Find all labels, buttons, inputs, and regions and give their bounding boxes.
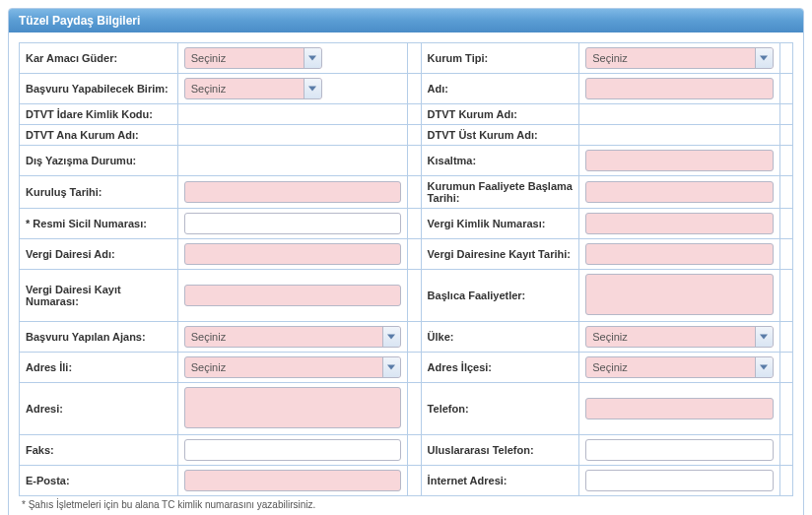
ulke-value: Seçiniz <box>586 331 755 343</box>
uluslararasi-tel-input[interactable] <box>585 439 774 461</box>
footnote-text: * Şahıs İşletmeleri için bu alana TC kim… <box>19 496 793 510</box>
dropdown-arrow-icon <box>382 327 400 347</box>
label-adi: Adı: <box>421 74 579 104</box>
label-kar-amaci: Kar Amacı Güder: <box>20 43 178 74</box>
kar-amaci-select[interactable]: Seçiniz <box>184 47 322 69</box>
label-internet-adresi: İnternet Adresi: <box>421 466 579 496</box>
label-ulke: Ülke: <box>421 322 579 353</box>
panel-title: Tüzel Paydaş Bilgileri <box>19 14 140 28</box>
label-baslica-faaliyetler: Başlıca Faaliyetler: <box>421 270 579 322</box>
kar-amaci-value: Seçiniz <box>185 52 304 64</box>
basvuru-ajans-value: Seçiniz <box>185 331 382 343</box>
form-table: Kar Amacı Güder: Seçiniz Kurum Tipi: Seç… <box>19 42 793 496</box>
legal-stakeholder-panel: Tüzel Paydaş Bilgileri Kar Amacı Güder: … <box>8 8 804 515</box>
label-resmi-sicil: * Resmi Sicil Numarası: <box>20 209 178 239</box>
label-faks: Faks: <box>20 435 178 466</box>
vergi-kayit-no-input[interactable] <box>184 285 401 306</box>
internet-adresi-input[interactable] <box>585 470 774 491</box>
label-uluslararasi-tel: Uluslararası Telefon: <box>421 435 579 466</box>
adres-ilcesi-select[interactable]: Seçiniz <box>585 356 774 378</box>
resmi-sicil-input[interactable] <box>184 213 401 234</box>
label-dtvt-ust: DTVT Üst Kurum Adı: <box>421 125 579 146</box>
adi-input[interactable] <box>585 78 774 99</box>
label-basvuru-birimi: Başvuru Yapabilecek Birim: <box>20 74 178 104</box>
kurulus-tarihi-input[interactable] <box>184 181 401 203</box>
label-vergi-dairesi-adi: Vergi Dairesi Adı: <box>20 239 178 270</box>
adresi-textarea[interactable] <box>184 387 401 428</box>
kisaltma-input[interactable] <box>585 150 774 171</box>
adres-ili-value: Seçiniz <box>185 361 382 373</box>
label-adresi: Adresi: <box>20 383 178 435</box>
label-dtvt-kurum: DTVT Kurum Adı: <box>421 104 579 125</box>
label-adres-ili: Adres İli: <box>20 353 178 383</box>
dropdown-arrow-icon <box>755 357 773 377</box>
dropdown-arrow-icon <box>304 79 321 98</box>
label-vergi-kayit-no: Vergi Dairesi Kayıt Numarası: <box>20 270 178 322</box>
dropdown-arrow-icon <box>304 48 321 68</box>
label-dtvt-idare: DTVT İdare Kimlik Kodu: <box>20 104 178 125</box>
vergi-kimlik-input[interactable] <box>585 213 774 234</box>
label-faaliyet-baslama: Kurumun Faaliyete Başlama Tarihi: <box>421 176 579 209</box>
ulke-select[interactable]: Seçiniz <box>585 326 774 348</box>
label-kisaltma: Kısaltma: <box>421 146 579 176</box>
dropdown-arrow-icon <box>382 357 400 377</box>
label-kurum-tipi: Kurum Tipi: <box>421 43 579 74</box>
basvuru-birimi-select[interactable]: Seçiniz <box>184 78 322 99</box>
label-dtvt-ana: DTVT Ana Kurum Adı: <box>20 125 178 146</box>
label-vergi-kayit-tarihi: Vergi Dairesine Kayıt Tarihi: <box>421 239 579 270</box>
basvuru-ajans-select[interactable]: Seçiniz <box>184 326 401 348</box>
label-vergi-kimlik: Vergi Kimlik Numarası: <box>421 209 579 239</box>
dropdown-arrow-icon <box>755 327 773 347</box>
vergi-dairesi-adi-input[interactable] <box>184 243 401 265</box>
faaliyet-baslama-input[interactable] <box>585 181 774 203</box>
label-basvuru-ajans: Başvuru Yapılan Ajans: <box>20 322 178 353</box>
label-kurulus-tarihi: Kuruluş Tarihi: <box>20 176 178 209</box>
adres-ilcesi-value: Seçiniz <box>586 361 755 373</box>
faks-input[interactable] <box>184 439 401 461</box>
vergi-kayit-tarihi-input[interactable] <box>585 243 774 265</box>
dropdown-arrow-icon <box>755 48 773 68</box>
label-dis-yazisma: Dış Yazışma Durumu: <box>20 146 178 176</box>
kurum-tipi-value: Seçiniz <box>586 52 755 64</box>
basvuru-birimi-value: Seçiniz <box>185 83 304 95</box>
eposta-input[interactable] <box>184 470 401 491</box>
kurum-tipi-select[interactable]: Seçiniz <box>585 47 774 69</box>
telefon-input[interactable] <box>585 398 774 419</box>
adres-ili-select[interactable]: Seçiniz <box>184 356 401 378</box>
label-telefon: Telefon: <box>421 383 579 435</box>
label-adres-ilcesi: Adres İlçesi: <box>421 353 579 383</box>
panel-header: Tüzel Paydaş Bilgileri <box>9 9 803 32</box>
label-eposta: E-Posta: <box>20 466 178 496</box>
baslica-faaliyetler-textarea[interactable] <box>585 274 774 315</box>
